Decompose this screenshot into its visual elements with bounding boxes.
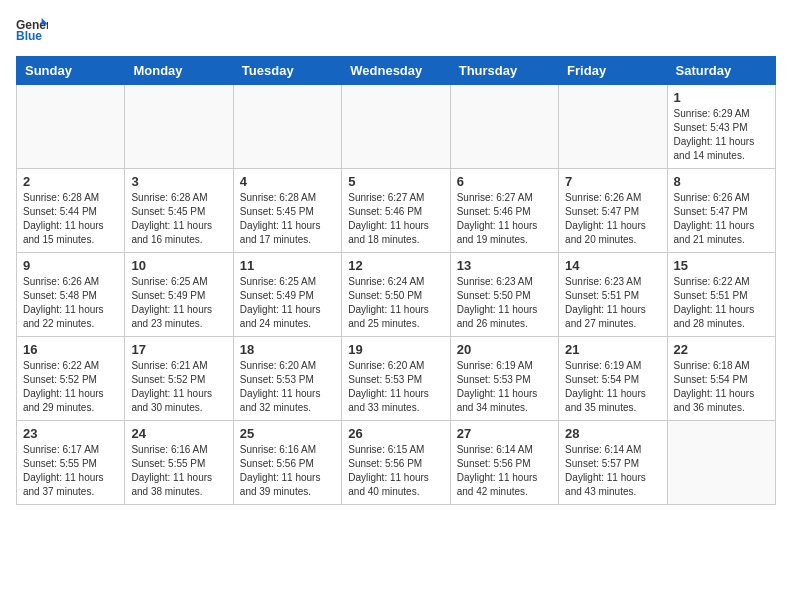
calendar-day-cell: 10Sunrise: 6:25 AM Sunset: 5:49 PM Dayli… <box>125 253 233 337</box>
day-info: Sunrise: 6:14 AM Sunset: 5:56 PM Dayligh… <box>457 443 552 499</box>
calendar-day-cell: 21Sunrise: 6:19 AM Sunset: 5:54 PM Dayli… <box>559 337 667 421</box>
day-number: 27 <box>457 426 552 441</box>
day-info: Sunrise: 6:26 AM Sunset: 5:47 PM Dayligh… <box>674 191 769 247</box>
day-number: 1 <box>674 90 769 105</box>
weekday-header: Sunday <box>17 57 125 85</box>
day-info: Sunrise: 6:27 AM Sunset: 5:46 PM Dayligh… <box>457 191 552 247</box>
calendar-day-cell: 9Sunrise: 6:26 AM Sunset: 5:48 PM Daylig… <box>17 253 125 337</box>
day-number: 20 <box>457 342 552 357</box>
calendar-table: SundayMondayTuesdayWednesdayThursdayFrid… <box>16 56 776 505</box>
calendar-week-row: 9Sunrise: 6:26 AM Sunset: 5:48 PM Daylig… <box>17 253 776 337</box>
calendar-day-cell: 11Sunrise: 6:25 AM Sunset: 5:49 PM Dayli… <box>233 253 341 337</box>
day-number: 10 <box>131 258 226 273</box>
day-number: 18 <box>240 342 335 357</box>
weekday-header: Wednesday <box>342 57 450 85</box>
weekday-header: Saturday <box>667 57 775 85</box>
weekday-header: Thursday <box>450 57 558 85</box>
day-info: Sunrise: 6:22 AM Sunset: 5:52 PM Dayligh… <box>23 359 118 415</box>
day-number: 19 <box>348 342 443 357</box>
day-info: Sunrise: 6:15 AM Sunset: 5:56 PM Dayligh… <box>348 443 443 499</box>
day-number: 2 <box>23 174 118 189</box>
calendar-day-cell: 17Sunrise: 6:21 AM Sunset: 5:52 PM Dayli… <box>125 337 233 421</box>
day-info: Sunrise: 6:25 AM Sunset: 5:49 PM Dayligh… <box>240 275 335 331</box>
calendar-day-cell: 24Sunrise: 6:16 AM Sunset: 5:55 PM Dayli… <box>125 421 233 505</box>
day-number: 8 <box>674 174 769 189</box>
day-info: Sunrise: 6:21 AM Sunset: 5:52 PM Dayligh… <box>131 359 226 415</box>
calendar-day-cell <box>667 421 775 505</box>
day-number: 9 <box>23 258 118 273</box>
day-info: Sunrise: 6:29 AM Sunset: 5:43 PM Dayligh… <box>674 107 769 163</box>
day-info: Sunrise: 6:23 AM Sunset: 5:51 PM Dayligh… <box>565 275 660 331</box>
calendar-day-cell: 2Sunrise: 6:28 AM Sunset: 5:44 PM Daylig… <box>17 169 125 253</box>
day-info: Sunrise: 6:18 AM Sunset: 5:54 PM Dayligh… <box>674 359 769 415</box>
day-number: 3 <box>131 174 226 189</box>
calendar-day-cell: 7Sunrise: 6:26 AM Sunset: 5:47 PM Daylig… <box>559 169 667 253</box>
calendar-day-cell <box>559 85 667 169</box>
calendar-day-cell: 16Sunrise: 6:22 AM Sunset: 5:52 PM Dayli… <box>17 337 125 421</box>
calendar-day-cell: 22Sunrise: 6:18 AM Sunset: 5:54 PM Dayli… <box>667 337 775 421</box>
day-info: Sunrise: 6:16 AM Sunset: 5:55 PM Dayligh… <box>131 443 226 499</box>
day-number: 17 <box>131 342 226 357</box>
calendar-day-cell <box>342 85 450 169</box>
day-number: 22 <box>674 342 769 357</box>
calendar-day-cell <box>233 85 341 169</box>
calendar-week-row: 1Sunrise: 6:29 AM Sunset: 5:43 PM Daylig… <box>17 85 776 169</box>
day-info: Sunrise: 6:28 AM Sunset: 5:45 PM Dayligh… <box>131 191 226 247</box>
day-info: Sunrise: 6:24 AM Sunset: 5:50 PM Dayligh… <box>348 275 443 331</box>
day-info: Sunrise: 6:17 AM Sunset: 5:55 PM Dayligh… <box>23 443 118 499</box>
day-number: 6 <box>457 174 552 189</box>
weekday-header: Friday <box>559 57 667 85</box>
calendar-day-cell: 6Sunrise: 6:27 AM Sunset: 5:46 PM Daylig… <box>450 169 558 253</box>
calendar-day-cell: 13Sunrise: 6:23 AM Sunset: 5:50 PM Dayli… <box>450 253 558 337</box>
day-number: 4 <box>240 174 335 189</box>
calendar-day-cell: 28Sunrise: 6:14 AM Sunset: 5:57 PM Dayli… <box>559 421 667 505</box>
day-number: 5 <box>348 174 443 189</box>
day-info: Sunrise: 6:19 AM Sunset: 5:53 PM Dayligh… <box>457 359 552 415</box>
weekday-header: Tuesday <box>233 57 341 85</box>
day-info: Sunrise: 6:28 AM Sunset: 5:45 PM Dayligh… <box>240 191 335 247</box>
calendar-day-cell: 8Sunrise: 6:26 AM Sunset: 5:47 PM Daylig… <box>667 169 775 253</box>
day-number: 25 <box>240 426 335 441</box>
day-info: Sunrise: 6:20 AM Sunset: 5:53 PM Dayligh… <box>240 359 335 415</box>
day-info: Sunrise: 6:23 AM Sunset: 5:50 PM Dayligh… <box>457 275 552 331</box>
calendar-day-cell: 23Sunrise: 6:17 AM Sunset: 5:55 PM Dayli… <box>17 421 125 505</box>
day-number: 12 <box>348 258 443 273</box>
calendar-day-cell <box>450 85 558 169</box>
day-info: Sunrise: 6:27 AM Sunset: 5:46 PM Dayligh… <box>348 191 443 247</box>
day-info: Sunrise: 6:25 AM Sunset: 5:49 PM Dayligh… <box>131 275 226 331</box>
day-info: Sunrise: 6:19 AM Sunset: 5:54 PM Dayligh… <box>565 359 660 415</box>
day-number: 24 <box>131 426 226 441</box>
day-number: 15 <box>674 258 769 273</box>
day-info: Sunrise: 6:22 AM Sunset: 5:51 PM Dayligh… <box>674 275 769 331</box>
calendar-day-cell: 18Sunrise: 6:20 AM Sunset: 5:53 PM Dayli… <box>233 337 341 421</box>
day-info: Sunrise: 6:20 AM Sunset: 5:53 PM Dayligh… <box>348 359 443 415</box>
calendar-day-cell: 14Sunrise: 6:23 AM Sunset: 5:51 PM Dayli… <box>559 253 667 337</box>
day-info: Sunrise: 6:14 AM Sunset: 5:57 PM Dayligh… <box>565 443 660 499</box>
calendar-week-row: 2Sunrise: 6:28 AM Sunset: 5:44 PM Daylig… <box>17 169 776 253</box>
day-number: 16 <box>23 342 118 357</box>
calendar-day-cell: 12Sunrise: 6:24 AM Sunset: 5:50 PM Dayli… <box>342 253 450 337</box>
day-number: 26 <box>348 426 443 441</box>
calendar-week-row: 16Sunrise: 6:22 AM Sunset: 5:52 PM Dayli… <box>17 337 776 421</box>
calendar-week-row: 23Sunrise: 6:17 AM Sunset: 5:55 PM Dayli… <box>17 421 776 505</box>
page-header: General Blue <box>16 16 776 44</box>
day-info: Sunrise: 6:16 AM Sunset: 5:56 PM Dayligh… <box>240 443 335 499</box>
day-number: 14 <box>565 258 660 273</box>
calendar-day-cell: 5Sunrise: 6:27 AM Sunset: 5:46 PM Daylig… <box>342 169 450 253</box>
calendar-day-cell: 19Sunrise: 6:20 AM Sunset: 5:53 PM Dayli… <box>342 337 450 421</box>
day-info: Sunrise: 6:26 AM Sunset: 5:47 PM Dayligh… <box>565 191 660 247</box>
svg-text:Blue: Blue <box>16 29 42 43</box>
logo: General Blue <box>16 16 50 44</box>
calendar-day-cell: 1Sunrise: 6:29 AM Sunset: 5:43 PM Daylig… <box>667 85 775 169</box>
weekday-header: Monday <box>125 57 233 85</box>
day-info: Sunrise: 6:28 AM Sunset: 5:44 PM Dayligh… <box>23 191 118 247</box>
calendar-day-cell: 4Sunrise: 6:28 AM Sunset: 5:45 PM Daylig… <box>233 169 341 253</box>
day-number: 23 <box>23 426 118 441</box>
day-number: 11 <box>240 258 335 273</box>
logo-icon: General Blue <box>16 16 48 44</box>
calendar-day-cell: 26Sunrise: 6:15 AM Sunset: 5:56 PM Dayli… <box>342 421 450 505</box>
calendar-day-cell: 20Sunrise: 6:19 AM Sunset: 5:53 PM Dayli… <box>450 337 558 421</box>
calendar-day-cell <box>125 85 233 169</box>
day-number: 13 <box>457 258 552 273</box>
day-number: 7 <box>565 174 660 189</box>
